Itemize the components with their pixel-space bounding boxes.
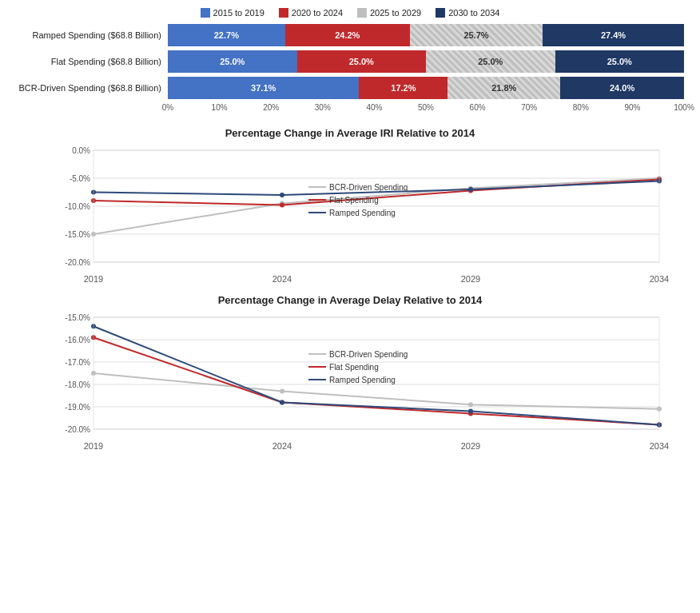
legend-label: 2030 to 2034	[448, 8, 499, 18]
data-point	[280, 193, 284, 197]
bar-segments: 22.7%24.2%25.7%27.4%	[168, 24, 684, 46]
bar-row: Flat Spending ($68.8 Billion)25.0%25.0%2…	[16, 50, 684, 73]
x-axis-label: 2024	[272, 274, 292, 284]
x-axis-label: 2034	[650, 274, 669, 284]
delay-chart-wrap: -15.0%-16.0%-17.0%-18.0%-19.0%-20.0%2019…	[51, 309, 676, 453]
data-point	[280, 400, 284, 404]
y-axis-label: -5.0%	[70, 174, 90, 183]
bar-segment: 37.1%	[168, 77, 359, 99]
legend-label: 2025 to 2029	[370, 8, 421, 18]
legend-label: 2015 to 2019	[213, 8, 264, 18]
x-axis-label: 80%	[573, 103, 589, 112]
delay-chart-title: Percentage Change in Average Delay Relat…	[16, 294, 684, 306]
bar-segment: 17.2%	[359, 77, 447, 99]
data-point	[280, 203, 284, 208]
x-axis-label: 0%	[162, 103, 173, 112]
legend-item: 2030 to 2034	[436, 8, 499, 18]
bar-segment: 25.0%	[426, 50, 555, 73]
y-axis-label: -16.0%	[65, 336, 90, 344]
y-axis-label: -20.0%	[65, 425, 90, 434]
bar-segment: 21.8%	[447, 77, 560, 99]
bar-row-label: Ramped Spending ($68.8 Billion)	[16, 30, 168, 40]
line-chart-svg: -15.0%-16.0%-17.0%-18.0%-19.0%-20.0%2019…	[51, 309, 676, 453]
svg-rect-18	[93, 317, 659, 429]
x-axis-label: 60%	[470, 103, 486, 112]
x-axis-label: 2029	[461, 441, 480, 451]
bar-segment: 24.2%	[285, 24, 410, 46]
x-axis-label: 70%	[521, 103, 537, 112]
bar-segment: 27.4%	[543, 24, 684, 46]
x-axis-label: 10%	[212, 103, 228, 112]
legend-label: 2020 to 2024	[292, 8, 343, 18]
x-axis-label: 20%	[263, 103, 279, 112]
legend-label: BCR-Driven Spending	[329, 350, 408, 359]
bar-segments: 25.0%25.0%25.0%25.0%	[168, 50, 684, 73]
bar-row: Ramped Spending ($68.8 Billion)22.7%24.2…	[16, 24, 684, 46]
x-axis-label: 90%	[624, 103, 640, 112]
bar-segment: 25.7%	[410, 24, 543, 46]
x-axis-label: 2019	[84, 441, 103, 451]
y-axis-label: -15.0%	[65, 230, 90, 239]
legend-item: 2020 to 2024	[279, 8, 343, 18]
bar-segment: 22.7%	[168, 24, 285, 46]
legend-label: BCR-Driven Spending	[329, 183, 408, 192]
legend-swatch	[201, 8, 210, 18]
bar-segment: 25.0%	[168, 50, 297, 73]
data-point	[280, 388, 284, 393]
bar-segment: 24.0%	[560, 77, 684, 99]
legend-swatch	[436, 8, 445, 18]
legend-label: Ramped Spending	[329, 376, 396, 384]
y-axis-label: -15.0%	[65, 313, 90, 322]
iri-chart-wrap: 0.0%-5.0%-10.0%-15.0%-20.0%2019202420292…	[51, 142, 676, 286]
chart-legend: 2015 to 20192020 to 20242025 to 20292030…	[16, 8, 684, 18]
data-point	[468, 187, 473, 192]
x-axis-label: 50%	[418, 103, 434, 112]
bar-segment: 25.0%	[297, 50, 427, 73]
y-axis-label: -10.0%	[65, 202, 90, 211]
x-axis-label: 100%	[674, 103, 694, 112]
y-axis-label: -17.0%	[65, 358, 90, 367]
data-point	[468, 402, 473, 407]
y-axis-label: -18.0%	[65, 380, 90, 389]
bar-row: BCR-Driven Spending ($68.8 Billion)37.1%…	[16, 77, 684, 99]
legend-swatch	[357, 8, 367, 18]
x-axis-label: 2019	[84, 274, 103, 284]
bar-chart-section: Ramped Spending ($68.8 Billion)22.7%24.2…	[16, 24, 684, 116]
legend-label: Flat Spending	[329, 363, 379, 372]
y-axis-label: -19.0%	[65, 403, 90, 412]
x-axis-label: 40%	[366, 103, 382, 112]
iri-chart-section: Percentage Change in Average IRI Relativ…	[16, 127, 684, 286]
legend-swatch	[279, 8, 288, 18]
x-axis-label: 2034	[650, 441, 669, 451]
legend-item: 2015 to 2019	[201, 8, 264, 18]
bar-x-axis: 0%10%20%30%40%50%60%70%80%90%100%	[168, 103, 684, 116]
bar-segments: 37.1%17.2%21.8%24.0%	[168, 77, 684, 99]
x-axis-label: 2024	[272, 441, 292, 451]
bar-row-label: Flat Spending ($68.8 Billion)	[16, 57, 168, 66]
y-axis-label: -20.0%	[65, 258, 90, 267]
data-point	[468, 409, 473, 414]
legend-label: Flat Spending	[329, 196, 379, 205]
legend-item: 2025 to 2029	[357, 8, 421, 18]
x-axis-label: 30%	[315, 103, 331, 112]
y-axis-label: 0.0%	[72, 146, 90, 155]
legend-label: Ramped Spending	[329, 209, 396, 217]
x-axis-label: 2029	[461, 274, 480, 284]
line-chart-svg: 0.0%-5.0%-10.0%-15.0%-20.0%2019202420292…	[51, 142, 676, 286]
bar-segment: 25.0%	[555, 50, 685, 73]
delay-chart-section: Percentage Change in Average Delay Relat…	[16, 294, 684, 453]
iri-chart-title: Percentage Change in Average IRI Relativ…	[16, 127, 684, 139]
bar-row-label: BCR-Driven Spending ($68.8 Billion)	[16, 83, 168, 93]
